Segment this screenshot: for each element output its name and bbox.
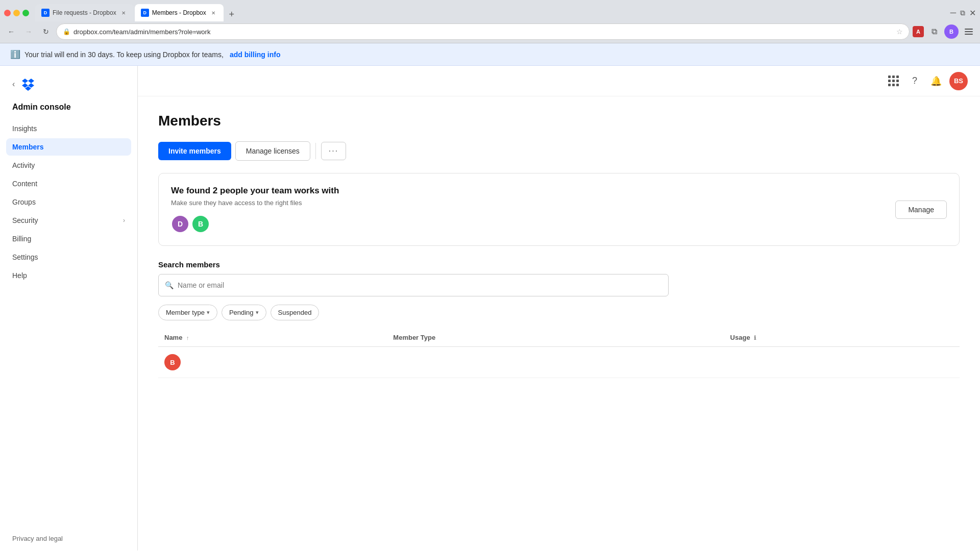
- page-title: Members: [158, 113, 960, 129]
- close-window-icon[interactable]: ✕: [969, 8, 976, 18]
- trial-banner-text: Your trial will end in 30 days. To keep …: [24, 51, 224, 59]
- reload-button[interactable]: ↻: [39, 24, 53, 39]
- tab-members[interactable]: D Members - Dropbox ✕: [135, 4, 224, 21]
- chevron-right-icon: ›: [123, 217, 125, 224]
- avatar-b: B: [191, 215, 210, 233]
- suggestion-subtitle: Make sure they have access to the right …: [171, 199, 339, 207]
- trial-banner-link[interactable]: add billing info: [230, 51, 281, 59]
- dropbox-logo: [21, 76, 37, 92]
- search-icon: 🔍: [165, 281, 174, 289]
- window-min-btn[interactable]: [13, 10, 20, 16]
- window-close-btn[interactable]: [4, 10, 11, 16]
- address-bar[interactable]: 🔒 dropbox.com/team/admin/members?role=wo…: [56, 23, 910, 40]
- adblock-icon[interactable]: A: [913, 26, 924, 37]
- toolbar-divider: [315, 143, 316, 159]
- sidebar-item-insights[interactable]: Insights: [6, 120, 131, 137]
- browser-chrome: D File requests - Dropbox ✕ D Members - …: [0, 0, 980, 43]
- sidebar-item-label-security: Security: [12, 216, 38, 224]
- sidebar-item-billing[interactable]: Billing: [6, 230, 131, 247]
- sidebar-item-groups[interactable]: Groups: [6, 193, 131, 211]
- browser-menu-icon[interactable]: [962, 24, 976, 39]
- table-cell-usage: [724, 347, 960, 378]
- sidebar-item-members[interactable]: Members: [6, 138, 131, 156]
- tab-label-active: Members - Dropbox: [152, 9, 206, 16]
- sidebar-collapse-btn[interactable]: ‹: [10, 78, 17, 91]
- content-area: Members Invite members Manage licenses ·…: [138, 96, 980, 550]
- browser-profile-avatar[interactable]: B: [944, 24, 959, 39]
- members-table: Name ↑ Member Type Usage ℹ: [158, 329, 960, 378]
- window-max-btn[interactable]: [22, 10, 29, 16]
- sidebar-item-label-groups: Groups: [12, 198, 36, 206]
- search-section: Search members 🔍: [158, 260, 960, 296]
- restore-icon[interactable]: ⧉: [960, 9, 965, 17]
- filters-row: Member type ▾ Pending ▾ Suspended: [158, 305, 960, 320]
- app: ℹ️ Your trial will end in 30 days. To ke…: [0, 43, 980, 550]
- new-tab-button[interactable]: +: [225, 7, 239, 21]
- suggestion-card-left: We found 2 people your team works with M…: [171, 186, 339, 233]
- notifications-icon[interactable]: 🔔: [928, 73, 944, 89]
- admin-console-label: Admin console: [0, 98, 137, 116]
- browser-tabs: D File requests - Dropbox ✕ D Members - …: [35, 4, 948, 21]
- extensions-icon[interactable]: ⧉: [927, 24, 941, 39]
- privacy-legal-link[interactable]: Privacy and legal: [0, 527, 137, 550]
- sidebar-item-activity[interactable]: Activity: [6, 157, 131, 174]
- pending-chevron-icon: ▾: [256, 309, 259, 316]
- row-avatar: B: [164, 354, 181, 370]
- tab-close-active-btn[interactable]: ✕: [209, 9, 217, 17]
- search-label: Search members: [158, 260, 960, 269]
- member-type-filter-label: Member type: [166, 309, 205, 316]
- bookmark-icon[interactable]: ☆: [896, 28, 903, 36]
- sidebar-item-label-content: Content: [12, 180, 37, 188]
- suggestion-avatars: D B: [171, 215, 339, 233]
- sidebar-item-label-activity: Activity: [12, 161, 35, 169]
- col-name: Name ↑: [158, 329, 387, 347]
- pending-filter-label: Pending: [229, 309, 254, 316]
- forward-button[interactable]: →: [21, 24, 36, 39]
- tab-file-requests[interactable]: D File requests - Dropbox ✕: [35, 4, 134, 21]
- user-avatar[interactable]: BS: [949, 72, 968, 90]
- suggestion-title: We found 2 people your team works with: [171, 186, 339, 196]
- avatar-d: D: [171, 215, 189, 233]
- sidebar-item-label-billing: Billing: [12, 235, 31, 243]
- trial-banner: ℹ️ Your trial will end in 30 days. To ke…: [0, 43, 980, 66]
- main-content: ? 🔔 BS Members Invite members Manage lic…: [138, 66, 980, 550]
- suspended-filter-label: Suspended: [278, 309, 312, 316]
- minimize-icon[interactable]: ─: [950, 8, 956, 17]
- member-type-chevron-icon: ▾: [207, 309, 210, 316]
- search-input-wrapper: 🔍: [158, 274, 669, 296]
- window-controls-right: ─ ⧉ ✕: [950, 8, 976, 18]
- sidebar-item-content[interactable]: Content: [6, 175, 131, 192]
- topbar: ? 🔔 BS: [138, 66, 980, 96]
- suggestion-card-content: We found 2 people your team works with M…: [171, 186, 947, 233]
- lock-icon: 🔒: [63, 28, 70, 35]
- table-cell-name: B: [158, 347, 387, 378]
- help-icon[interactable]: ?: [906, 73, 923, 89]
- tab-favicon: D: [41, 9, 50, 17]
- grid-apps-icon[interactable]: [885, 73, 901, 89]
- col-member-type: Member Type: [387, 329, 724, 347]
- suggestion-manage-button[interactable]: Manage: [895, 201, 947, 219]
- invite-members-button[interactable]: Invite members: [158, 142, 231, 160]
- address-text: dropbox.com/team/admin/members?role=work: [74, 28, 893, 36]
- privacy-label: Privacy and legal: [12, 535, 63, 542]
- pending-filter[interactable]: Pending ▾: [222, 305, 266, 320]
- suspended-filter[interactable]: Suspended: [271, 305, 320, 320]
- sidebar-item-label: Insights: [12, 124, 37, 133]
- table-header-row: Name ↑ Member Type Usage ℹ: [158, 329, 960, 347]
- sidebar-logo-area: ‹: [0, 66, 137, 98]
- sidebar-item-label-settings: Settings: [12, 253, 38, 261]
- more-options-button[interactable]: ···: [321, 142, 346, 160]
- suggestion-card: We found 2 people your team works with M…: [158, 173, 960, 246]
- sort-icon[interactable]: ↑: [186, 335, 189, 341]
- manage-licenses-button[interactable]: Manage licenses: [235, 141, 310, 161]
- back-button[interactable]: ←: [4, 24, 18, 39]
- search-input[interactable]: [178, 281, 662, 289]
- member-type-filter[interactable]: Member type ▾: [158, 305, 217, 320]
- tab-close-btn[interactable]: ✕: [119, 9, 128, 17]
- sidebar-item-security[interactable]: Security ›: [6, 212, 131, 229]
- table-row: B: [158, 347, 960, 378]
- sidebar-item-label-help: Help: [12, 271, 27, 280]
- sidebar-item-label-members: Members: [12, 143, 43, 151]
- sidebar-item-settings[interactable]: Settings: [6, 248, 131, 266]
- sidebar-item-help[interactable]: Help: [6, 267, 131, 284]
